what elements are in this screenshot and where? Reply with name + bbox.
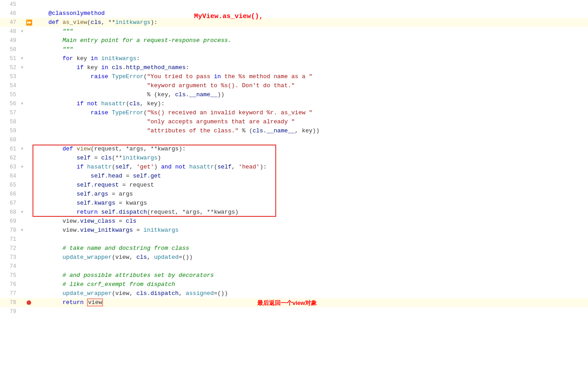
fold-marker[interactable]: ▼ [19, 145, 25, 154]
code-line-54: 54 "keyword argument to %s(). Don't do t… [0, 81, 588, 90]
code-line-47: 47⏩ def as_view(cls, **initkwargs): [0, 18, 588, 27]
code-line-59: 59 "attributes of the class." % (cls.__n… [0, 126, 588, 136]
code-line-51: 51▼ for key in initkwargs: [0, 54, 588, 63]
code-content: % (key, cls.__name__)) [32, 90, 588, 99]
code-content: if hasattr(self, 'get') and not hasattr(… [32, 163, 588, 172]
code-line-52: 52▼ if key in cls.http_method_names: [0, 63, 588, 72]
annotation-myview: MyView.as_view(), [194, 13, 263, 20]
line-number: 70 [0, 227, 19, 234]
code-content: if not hasattr(cls, key): [32, 99, 588, 108]
fold-marker[interactable]: ▼ [19, 27, 25, 36]
line-number: 55 [0, 92, 19, 98]
code-content: if key in cls.http_method_names: [32, 63, 588, 72]
line-number: 76 [0, 281, 19, 288]
code-content: """ [32, 45, 588, 54]
code-line-57: 57 raise TypeError("%s() received an inv… [0, 108, 588, 117]
line-number: 63 [0, 164, 19, 170]
code-content: for key in initkwargs: [32, 54, 588, 63]
breakpoint-dot [27, 300, 31, 305]
code-content: "only accepts arguments that are already… [32, 117, 588, 126]
code-content: update_wrapper(view, cls, updated=()) [32, 253, 588, 262]
code-line-49: 49 Main entry point for a request-respon… [0, 36, 588, 45]
fold-marker[interactable]: ▼ [19, 163, 25, 172]
line-number: 58 [0, 119, 19, 125]
fold-marker[interactable]: ▼ [19, 208, 25, 217]
line-number: 66 [0, 191, 19, 197]
line-number: 71 [0, 236, 19, 243]
code-content: return self.dispatch(request, *args, **k… [32, 208, 588, 217]
fold-marker[interactable]: ▼ [19, 99, 25, 108]
line-number: 53 [0, 74, 19, 80]
code-content [32, 307, 588, 316]
editor-container: MyView.as_view(), 45 46 @classonlymethod… [0, 0, 588, 379]
code-content: def view(request, *args, **kwargs): [32, 145, 588, 154]
line-number: 56 [0, 101, 19, 107]
code-line-45: 45 [0, 0, 588, 9]
line-number: 77 [0, 290, 19, 297]
code-content: "keyword argument to %s(). Don't do that… [32, 81, 588, 90]
code-content: self.kwargs = kwargs [32, 199, 588, 208]
fold-marker[interactable]: ▼ [19, 226, 25, 235]
code-content: Main entry point for a request-response … [32, 36, 588, 45]
line-number: 45 [0, 1, 19, 8]
code-content: self.request = request [32, 181, 588, 190]
fold-marker[interactable]: ▼ [19, 63, 25, 72]
line-number: 73 [0, 254, 19, 261]
line-number: 48 [0, 28, 19, 35]
code-line-65: 65 self.request = request [0, 181, 588, 190]
breakpoint-col: ⏩ [25, 19, 32, 26]
line-number: 62 [0, 155, 19, 161]
line-number: 68 [0, 209, 19, 215]
code-line-71: 71 [0, 235, 588, 244]
line-number: 52 [0, 65, 19, 71]
code-line-48: 48▼ """ [0, 27, 588, 36]
code-line-56: 56▼ if not hasattr(cls, key): [0, 99, 588, 108]
line-number: 57 [0, 110, 19, 116]
line-number: 50 [0, 47, 19, 53]
code-line-73: 73 update_wrapper(view, cls, updated=()) [0, 253, 588, 262]
line-number: 54 [0, 83, 19, 89]
code-line-70: 70▼ view.view_initkwargs = initkwargs [0, 226, 588, 235]
code-line-63: 63▼ if hasattr(self, 'get') and not hasa… [0, 163, 588, 172]
code-line-68: 68▼ return self.dispatch(request, *args,… [0, 208, 588, 217]
code-content: view.view_class = cls [32, 217, 588, 226]
line-number: 64 [0, 173, 19, 179]
line-number: 67 [0, 200, 19, 206]
line-number: 46 [0, 10, 19, 17]
code-line-64: 64 self.head = self.get [0, 172, 588, 181]
code-content: raise TypeError("You tried to pass in th… [32, 72, 588, 81]
line-number: 79 [0, 309, 19, 315]
line-number: 65 [0, 182, 19, 188]
code-line-77: 77 update_wrapper(view, cls.dispatch, as… [0, 289, 588, 298]
line-number: 75 [0, 272, 19, 279]
code-content: self.args = args [32, 190, 588, 199]
code-content: def as_view(cls, **initkwargs): [32, 18, 588, 27]
code-line-46: 46 @classonlymethod [0, 9, 588, 18]
code-content [32, 0, 588, 9]
code-content: view.view_initkwargs = initkwargs [32, 226, 588, 235]
code-line-55: 55 % (key, cls.__name__)) [0, 90, 588, 99]
code-lines: 45 46 @classonlymethod47⏩ def as_view(cl… [0, 0, 588, 316]
line-number: 61 [0, 146, 19, 152]
code-content: raise TypeError("%s() received an invali… [32, 108, 588, 117]
code-line-50: 50 """ [0, 45, 588, 54]
code-line-69: 69 view.view_class = cls [0, 217, 588, 226]
line-number: 47 [0, 19, 19, 26]
code-line-62: 62 self = cls(**initkwargs) [0, 154, 588, 163]
code-content: """ [32, 27, 588, 36]
line-number: 78 [0, 299, 19, 306]
code-line-79: 79 [0, 307, 588, 316]
line-number: 69 [0, 218, 19, 225]
code-line-72: 72 # take name and docstring from class [0, 244, 588, 253]
fold-marker[interactable]: ▼ [19, 54, 25, 63]
arrow-marker: ⏩ [26, 19, 32, 26]
code-content: "attributes of the class." % (cls.__name… [32, 126, 588, 136]
code-content: update_wrapper(view, cls.dispatch, assig… [32, 289, 588, 298]
code-content: # like csrf_exempt from dispatch [32, 280, 588, 289]
line-number: 60 [0, 137, 19, 143]
code-content: # and possible attributes set by decorat… [32, 271, 588, 280]
code-content: self = cls(**initkwargs) [32, 154, 588, 163]
code-content [32, 235, 588, 244]
line-number: 51 [0, 56, 19, 62]
code-line-74: 74 [0, 262, 588, 271]
